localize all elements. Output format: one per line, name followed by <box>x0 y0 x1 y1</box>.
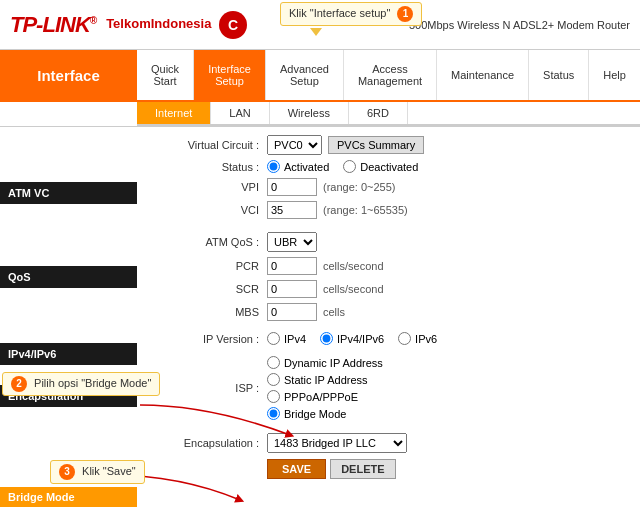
sub-nav-spacer <box>0 102 137 126</box>
status-activated-radio[interactable] <box>267 160 280 173</box>
sub-nav-wireless[interactable]: Wireless <box>270 102 349 124</box>
sidebar-qos: QoS <box>0 266 137 288</box>
encapsulation-label: Encapsulation : <box>137 437 267 449</box>
tp-link-logo: TP-LINK® <box>10 12 96 38</box>
pcr-value: cells/second <box>267 257 384 275</box>
scr-input[interactable] <box>267 280 317 298</box>
sub-nav-items: Internet LAN Wireless 6RD <box>137 102 640 126</box>
nav-item-advanced-setup[interactable]: AdvancedSetup <box>266 50 344 100</box>
status-row: Status : Activated Deactivated <box>137 160 640 173</box>
vpi-label: VPI <box>137 181 267 193</box>
status-deactivated-radio[interactable] <box>343 160 356 173</box>
scr-label: SCR <box>137 283 267 295</box>
spacer-qos <box>137 224 640 232</box>
sidebar-spacer-3 <box>0 288 137 343</box>
status-deactivated-label[interactable]: Deactivated <box>343 160 418 173</box>
sub-nav-internet[interactable]: Internet <box>137 102 211 124</box>
callout-3: 3 Klik "Save" <box>50 460 145 484</box>
virtual-circuit-select[interactable]: PVC0 <box>267 135 322 155</box>
mbs-row: MBS cells <box>137 303 640 321</box>
virtual-circuit-row: Virtual Circuit : PVC0 PVCs Summary <box>137 135 640 155</box>
nav-sidebar-label: Interface <box>0 50 137 100</box>
isp-static-label[interactable]: Static IP Address <box>267 373 383 386</box>
status-label: Status : <box>137 161 267 173</box>
sidebar-bridge-mode: Bridge Mode <box>0 487 137 507</box>
isp-dynamic-radio[interactable] <box>267 356 280 369</box>
ipv4-label[interactable]: IPv4 <box>267 332 306 345</box>
content-area: Virtual Circuit : PVC0 PVCs Summary Stat… <box>137 127 640 512</box>
sub-nav-6rd[interactable]: 6RD <box>349 102 408 124</box>
save-button[interactable]: SAVE <box>267 459 326 479</box>
isp-bridge-label[interactable]: Bridge Mode <box>267 407 383 420</box>
mbs-input[interactable] <box>267 303 317 321</box>
ip-version-value: IPv4 IPv4/IPv6 IPv6 <box>267 332 437 345</box>
ipv6-label[interactable]: IPv6 <box>398 332 437 345</box>
callout-2: 2 Pilih opsi "Bridge Mode" <box>2 372 160 396</box>
vci-label: VCI <box>137 204 267 216</box>
vpi-input[interactable] <box>267 178 317 196</box>
vci-input[interactable] <box>267 201 317 219</box>
sub-nav-lan[interactable]: LAN <box>211 102 269 124</box>
sidebar-ipv4ipv6: IPv4/IPv6 <box>0 343 137 365</box>
isp-bridge-radio[interactable] <box>267 407 280 420</box>
pcr-row: PCR cells/second <box>137 257 640 275</box>
spacer-bridge <box>137 425 640 433</box>
encapsulation-value: 1483 Bridged IP LLC <box>267 433 407 453</box>
nav-items: QuickStart InterfaceSetup AdvancedSetup … <box>137 50 640 100</box>
atm-qos-select[interactable]: UBR <box>267 232 317 252</box>
ip-version-label: IP Version : <box>137 333 267 345</box>
mbs-value: cells <box>267 303 345 321</box>
nav-item-status[interactable]: Status <box>529 50 589 100</box>
ipv4ipv6-label[interactable]: IPv4/IPv6 <box>320 332 384 345</box>
ipv4ipv6-radio[interactable] <box>320 332 333 345</box>
nav-item-quick-start[interactable]: QuickStart <box>137 50 194 100</box>
encapsulation-select[interactable]: 1483 Bridged IP LLC <box>267 433 407 453</box>
sidebar-spacer-1 <box>0 127 137 182</box>
virtual-circuit-value: PVC0 PVCs Summary <box>267 135 424 155</box>
nav-bar: Interface QuickStart InterfaceSetup Adva… <box>0 50 640 102</box>
sidebar-labels: ATM VC QoS IPv4/IPv6 Encapsulation Bridg… <box>0 127 137 512</box>
status-value: Activated Deactivated <box>267 160 418 173</box>
delete-button[interactable]: DELETE <box>330 459 395 479</box>
pvcs-summary-button[interactable]: PVCs Summary <box>328 136 424 154</box>
isp-options: Dynamic IP Address Static IP Address PPP… <box>267 356 383 420</box>
main-layout: www.modalsemangat.com ATM VC QoS IPv4/IP… <box>0 127 640 512</box>
action-buttons: SAVE DELETE <box>267 459 640 479</box>
nav-item-interface-setup[interactable]: InterfaceSetup <box>194 50 266 100</box>
scr-value: cells/second <box>267 280 384 298</box>
callout-1-arrow <box>310 28 322 36</box>
isp-pppoa-radio[interactable] <box>267 390 280 403</box>
status-activated-label[interactable]: Activated <box>267 160 329 173</box>
isp-dynamic-label[interactable]: Dynamic IP Address <box>267 356 383 369</box>
router-model: 300Mbps Wireless N ADSL2+ Modem Router <box>409 19 630 31</box>
scr-row: SCR cells/second <box>137 280 640 298</box>
isp-pppoa-label[interactable]: PPPoA/PPPoE <box>267 390 383 403</box>
pcr-label: PCR <box>137 260 267 272</box>
encapsulation-row: Encapsulation : 1483 Bridged IP LLC <box>137 433 640 453</box>
atm-qos-row: ATM QoS : UBR <box>137 232 640 252</box>
mbs-label: MBS <box>137 306 267 318</box>
nav-item-maintenance[interactable]: Maintenance <box>437 50 529 100</box>
isp-row: ISP : Dynamic IP Address Static IP Addre… <box>137 356 640 420</box>
sidebar-atm-vc: ATM VC <box>0 182 137 204</box>
atm-qos-value: UBR <box>267 232 317 252</box>
virtual-circuit-label: Virtual Circuit : <box>137 139 267 151</box>
ip-version-row: IP Version : IPv4 IPv4/IPv6 IPv6 <box>137 332 640 345</box>
vci-row: VCI (range: 1~65535) <box>137 201 640 219</box>
nav-item-access-management[interactable]: AccessManagement <box>344 50 437 100</box>
callout-1: Klik "Interface setup" 1 <box>280 2 422 26</box>
vpi-value: (range: 0~255) <box>267 178 395 196</box>
page-header: TP-LINK® TelkomIndonesia C 300Mbps Wirel… <box>0 0 640 50</box>
sidebar-spacer-2 <box>0 204 137 266</box>
nav-item-help[interactable]: Help <box>589 50 640 100</box>
vpi-row: VPI (range: 0~255) <box>137 178 640 196</box>
sub-nav: Internet LAN Wireless 6RD <box>0 102 640 127</box>
ipv6-radio[interactable] <box>398 332 411 345</box>
atm-qos-label: ATM QoS : <box>137 236 267 248</box>
vci-value: (range: 1~65535) <box>267 201 408 219</box>
content-spacer-1 <box>137 127 640 135</box>
isp-static-radio[interactable] <box>267 373 280 386</box>
ipv4-radio[interactable] <box>267 332 280 345</box>
telkom-logo: TelkomIndonesia C <box>106 11 247 39</box>
pcr-input[interactable] <box>267 257 317 275</box>
